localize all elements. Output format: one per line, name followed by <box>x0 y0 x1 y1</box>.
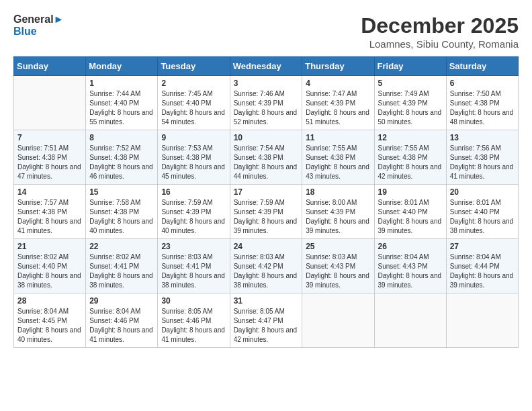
calendar-cell: 15 Sunrise: 7:58 AMSunset: 4:38 PMDaylig… <box>86 185 158 239</box>
day-number: 19 <box>378 187 443 197</box>
day-number: 26 <box>378 242 443 251</box>
day-number: 7 <box>17 133 82 142</box>
week-row-5: 28 Sunrise: 8:04 AMSunset: 4:45 PMDaylig… <box>14 293 519 348</box>
calendar-cell: 30 Sunrise: 8:05 AMSunset: 4:46 PMDaylig… <box>158 293 230 348</box>
day-number: 21 <box>17 242 82 251</box>
day-number: 8 <box>89 133 154 142</box>
calendar-cell: 11 Sunrise: 7:55 AMSunset: 4:38 PMDaylig… <box>302 130 374 185</box>
day-info: Sunrise: 8:04 AMSunset: 4:46 PMDaylight:… <box>89 307 154 345</box>
calendar-cell: 24 Sunrise: 8:03 AMSunset: 4:42 PMDaylig… <box>230 239 302 293</box>
page-wrapper: General► Blue December 2025 Loamnes, Sib… <box>13 13 519 348</box>
day-number: 20 <box>450 187 515 197</box>
day-number: 6 <box>450 79 515 88</box>
day-number: 14 <box>17 187 82 197</box>
calendar-cell: 16 Sunrise: 7:59 AMSunset: 4:39 PMDaylig… <box>158 185 230 239</box>
day-number: 15 <box>89 187 154 197</box>
calendar-cell: 29 Sunrise: 8:04 AMSunset: 4:46 PMDaylig… <box>86 293 158 348</box>
day-info: Sunrise: 7:59 AMSunset: 4:39 PMDaylight:… <box>161 198 226 236</box>
logo: General► Blue <box>13 13 64 37</box>
calendar-cell: 13 Sunrise: 7:56 AMSunset: 4:38 PMDaylig… <box>446 130 518 185</box>
header: General► Blue December 2025 Loamnes, Sib… <box>13 13 519 50</box>
header-day-monday: Monday <box>86 57 158 76</box>
day-info: Sunrise: 8:04 AMSunset: 4:43 PMDaylight:… <box>378 253 443 290</box>
day-number: 29 <box>89 296 154 306</box>
day-number: 28 <box>17 296 82 306</box>
calendar-cell: 7 Sunrise: 7:51 AMSunset: 4:38 PMDayligh… <box>14 130 86 185</box>
day-number: 22 <box>89 242 154 251</box>
calendar-cell: 4 Sunrise: 7:47 AMSunset: 4:39 PMDayligh… <box>302 76 374 130</box>
calendar-cell: 10 Sunrise: 7:54 AMSunset: 4:38 PMDaylig… <box>230 130 302 185</box>
day-info: Sunrise: 8:02 AMSunset: 4:41 PMDaylight:… <box>89 253 154 290</box>
day-number: 11 <box>306 133 370 142</box>
day-number: 4 <box>306 79 370 88</box>
subtitle: Loamnes, Sibiu County, Romania <box>361 38 519 50</box>
header-day-saturday: Saturday <box>446 57 518 76</box>
week-row-1: 1 Sunrise: 7:44 AMSunset: 4:40 PMDayligh… <box>14 76 519 130</box>
week-row-3: 14 Sunrise: 7:57 AMSunset: 4:38 PMDaylig… <box>14 185 519 239</box>
day-number: 27 <box>450 242 515 251</box>
week-row-2: 7 Sunrise: 7:51 AMSunset: 4:38 PMDayligh… <box>14 130 519 185</box>
day-info: Sunrise: 7:46 AMSunset: 4:39 PMDaylight:… <box>234 89 299 127</box>
day-info: Sunrise: 8:03 AMSunset: 4:41 PMDaylight:… <box>161 253 226 290</box>
main-title: December 2025 <box>361 13 519 38</box>
calendar-table: SundayMondayTuesdayWednesdayThursdayFrid… <box>13 56 519 348</box>
calendar-cell: 18 Sunrise: 8:00 AMSunset: 4:39 PMDaylig… <box>302 185 374 239</box>
day-info: Sunrise: 7:54 AMSunset: 4:38 PMDaylight:… <box>234 144 299 181</box>
day-number: 30 <box>161 296 226 306</box>
calendar-cell: 19 Sunrise: 8:01 AMSunset: 4:40 PMDaylig… <box>374 185 446 239</box>
calendar-cell <box>446 293 518 348</box>
day-number: 13 <box>450 133 515 142</box>
day-number: 3 <box>234 79 299 88</box>
day-info: Sunrise: 7:45 AMSunset: 4:40 PMDaylight:… <box>161 89 226 127</box>
calendar-cell <box>302 293 374 348</box>
calendar-cell: 28 Sunrise: 8:04 AMSunset: 4:45 PMDaylig… <box>14 293 86 348</box>
calendar-cell: 23 Sunrise: 8:03 AMSunset: 4:41 PMDaylig… <box>158 239 230 293</box>
calendar-cell: 27 Sunrise: 8:04 AMSunset: 4:44 PMDaylig… <box>446 239 518 293</box>
header-day-wednesday: Wednesday <box>230 57 302 76</box>
calendar-cell: 20 Sunrise: 8:01 AMSunset: 4:40 PMDaylig… <box>446 185 518 239</box>
day-info: Sunrise: 8:01 AMSunset: 4:40 PMDaylight:… <box>450 198 515 236</box>
day-info: Sunrise: 7:56 AMSunset: 4:38 PMDaylight:… <box>450 144 515 181</box>
day-info: Sunrise: 7:55 AMSunset: 4:38 PMDaylight:… <box>306 144 370 181</box>
title-block: December 2025 Loamnes, Sibiu County, Rom… <box>361 13 519 50</box>
calendar-cell: 6 Sunrise: 7:50 AMSunset: 4:38 PMDayligh… <box>446 76 518 130</box>
day-number: 10 <box>234 133 299 142</box>
day-number: 2 <box>161 79 226 88</box>
day-info: Sunrise: 7:55 AMSunset: 4:38 PMDaylight:… <box>378 144 443 181</box>
day-info: Sunrise: 8:03 AMSunset: 4:43 PMDaylight:… <box>306 253 370 290</box>
day-info: Sunrise: 8:04 AMSunset: 4:44 PMDaylight:… <box>450 253 515 290</box>
calendar-header-row: SundayMondayTuesdayWednesdayThursdayFrid… <box>14 57 519 76</box>
day-number: 18 <box>306 187 370 197</box>
calendar-cell: 9 Sunrise: 7:53 AMSunset: 4:38 PMDayligh… <box>158 130 230 185</box>
header-day-sunday: Sunday <box>14 57 86 76</box>
day-info: Sunrise: 7:57 AMSunset: 4:38 PMDaylight:… <box>17 198 82 236</box>
day-info: Sunrise: 7:44 AMSunset: 4:40 PMDaylight:… <box>89 89 154 127</box>
day-info: Sunrise: 7:58 AMSunset: 4:38 PMDaylight:… <box>89 198 154 236</box>
calendar-cell <box>374 293 446 348</box>
calendar-cell: 5 Sunrise: 7:49 AMSunset: 4:39 PMDayligh… <box>374 76 446 130</box>
day-info: Sunrise: 7:50 AMSunset: 4:38 PMDaylight:… <box>450 89 515 127</box>
day-info: Sunrise: 7:49 AMSunset: 4:39 PMDaylight:… <box>378 89 443 127</box>
day-number: 17 <box>234 187 299 197</box>
day-info: Sunrise: 8:05 AMSunset: 4:46 PMDaylight:… <box>161 307 226 345</box>
day-number: 25 <box>306 242 370 251</box>
calendar-cell: 1 Sunrise: 7:44 AMSunset: 4:40 PMDayligh… <box>86 76 158 130</box>
calendar-cell <box>14 76 86 130</box>
calendar-cell: 21 Sunrise: 8:02 AMSunset: 4:40 PMDaylig… <box>14 239 86 293</box>
day-info: Sunrise: 8:01 AMSunset: 4:40 PMDaylight:… <box>378 198 443 236</box>
header-day-friday: Friday <box>374 57 446 76</box>
calendar-cell: 3 Sunrise: 7:46 AMSunset: 4:39 PMDayligh… <box>230 76 302 130</box>
day-number: 24 <box>234 242 299 251</box>
calendar-cell: 8 Sunrise: 7:52 AMSunset: 4:38 PMDayligh… <box>86 130 158 185</box>
day-info: Sunrise: 7:51 AMSunset: 4:38 PMDaylight:… <box>17 144 82 181</box>
header-day-tuesday: Tuesday <box>158 57 230 76</box>
day-info: Sunrise: 8:05 AMSunset: 4:47 PMDaylight:… <box>234 307 299 345</box>
calendar-cell: 26 Sunrise: 8:04 AMSunset: 4:43 PMDaylig… <box>374 239 446 293</box>
calendar-cell: 17 Sunrise: 7:59 AMSunset: 4:39 PMDaylig… <box>230 185 302 239</box>
day-info: Sunrise: 8:04 AMSunset: 4:45 PMDaylight:… <box>17 307 82 345</box>
day-info: Sunrise: 7:59 AMSunset: 4:39 PMDaylight:… <box>234 198 299 236</box>
day-number: 9 <box>161 133 226 142</box>
day-info: Sunrise: 8:03 AMSunset: 4:42 PMDaylight:… <box>234 253 299 290</box>
calendar-cell: 22 Sunrise: 8:02 AMSunset: 4:41 PMDaylig… <box>86 239 158 293</box>
calendar-cell: 12 Sunrise: 7:55 AMSunset: 4:38 PMDaylig… <box>374 130 446 185</box>
